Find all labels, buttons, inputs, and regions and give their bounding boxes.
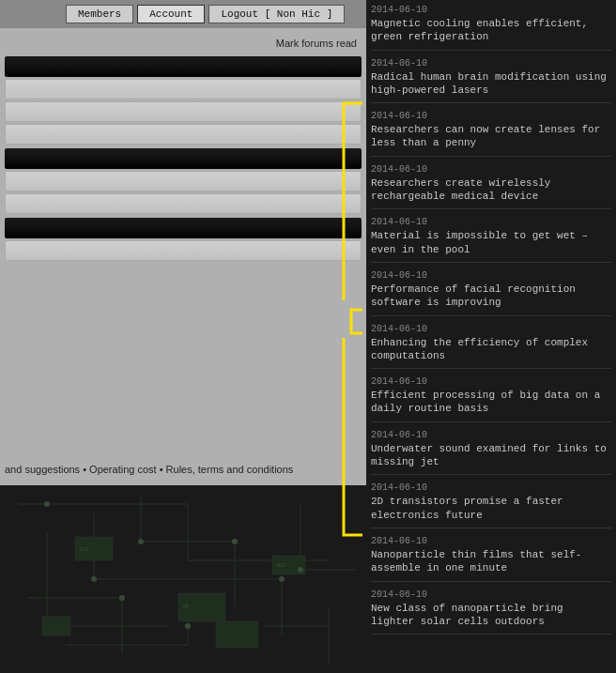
news-item[interactable]: 2014-06-10Enhancing the efficiency of co… (371, 324, 611, 370)
top-nav: Members Account Logout [ Non Hic ] (0, 0, 366, 28)
news-item[interactable]: 2014-06-10Researchers create wirelessly … (371, 164, 611, 210)
news-date: 2014-06-10 (371, 164, 611, 175)
circuit-bg: IC1 U2 R12 (0, 485, 366, 673)
svg-text:R12: R12 (277, 562, 285, 568)
news-title[interactable]: Material is impossible to get wet – even… (371, 229, 611, 256)
news-date: 2014-06-10 (371, 536, 611, 546)
news-item[interactable]: 2014-06-10Magnetic cooling enables effic… (371, 5, 611, 51)
news-date: 2014-06-10 (371, 217, 611, 227)
svg-text:IC1: IC1 (80, 546, 88, 552)
news-date: 2014-06-10 (371, 111, 611, 121)
news-title[interactable]: New class of nanoparticle bring lighter … (371, 602, 611, 629)
svg-rect-23 (42, 617, 70, 635)
news-title[interactable]: Researchers create wirelessly rechargeab… (371, 176, 611, 204)
svg-point-26 (185, 623, 191, 629)
forum-dark-bar-2[interactable] (5, 148, 362, 169)
news-title[interactable]: Researchers can now create lenses for le… (371, 123, 611, 150)
forum-light-bar-1[interactable] (5, 79, 362, 99)
right-panel: 2014-06-10Magnetic cooling enables effic… (366, 0, 616, 673)
news-title[interactable]: Efficient processing of big data on a da… (371, 389, 611, 416)
footer-text: and suggestions • Operating cost • Rules… (5, 464, 293, 475)
svg-text:U2: U2 (183, 603, 189, 608)
news-title[interactable]: 2D transistors promise a faster electron… (371, 495, 611, 522)
forum-light-bar-3[interactable] (5, 124, 362, 145)
yellow-bracket-decoration (334, 94, 362, 544)
forum-area: Mark forums read (0, 28, 366, 488)
forum-row-group-3 (5, 218, 362, 261)
news-date: 2014-06-10 (371, 482, 611, 493)
news-item[interactable]: 2014-06-10New class of nanoparticle brin… (371, 589, 611, 635)
news-date: 2014-06-10 (371, 589, 611, 600)
forum-dark-bar-3[interactable] (5, 218, 362, 238)
news-date: 2014-06-10 (371, 430, 611, 440)
left-panel: Members Account Logout [ Non Hic ] Mark … (0, 0, 366, 673)
svg-point-28 (279, 576, 285, 582)
members-button[interactable]: Members (66, 5, 133, 23)
account-button[interactable]: Account (137, 5, 205, 23)
svg-point-30 (232, 539, 238, 544)
footer-links: and suggestions • Operating cost • Rules… (0, 460, 366, 479)
svg-point-32 (298, 567, 303, 573)
svg-point-29 (138, 539, 144, 544)
news-title[interactable]: Nanoparticle thin films that self-assemb… (371, 548, 611, 575)
news-item[interactable]: 2014-06-10Radical human brain modificati… (371, 58, 611, 104)
forum-row-group-1 (5, 56, 362, 145)
news-list[interactable]: 2014-06-10Magnetic cooling enables effic… (366, 0, 616, 673)
svg-point-27 (91, 576, 97, 582)
news-item[interactable]: 2014-06-10Underwater sound examined for … (371, 430, 611, 476)
news-date: 2014-06-10 (371, 376, 611, 387)
news-title[interactable]: Magnetic cooling enables efficient, gree… (371, 17, 611, 44)
forum-row-group-2 (5, 148, 362, 214)
news-date: 2014-06-10 (371, 5, 611, 15)
forum-dark-bar-1[interactable] (5, 56, 362, 77)
news-date: 2014-06-10 (371, 270, 611, 281)
news-title[interactable]: Radical human brain modification using h… (371, 70, 611, 98)
svg-point-31 (119, 595, 125, 601)
forum-light-bar-6[interactable] (5, 240, 362, 261)
news-item[interactable]: 2014-06-10Material is impossible to get … (371, 217, 611, 263)
news-title[interactable]: Performance of facial recognition softwa… (371, 283, 611, 310)
logout-button[interactable]: Logout [ Non Hic ] (208, 5, 345, 23)
news-item[interactable]: 2014-06-102D transistors promise a faste… (371, 482, 611, 528)
news-title[interactable]: Underwater sound examined for links to m… (371, 442, 611, 469)
news-item[interactable]: 2014-06-10Efficient processing of big da… (371, 376, 611, 422)
news-item[interactable]: 2014-06-10Performance of facial recognit… (371, 270, 611, 316)
news-item[interactable]: 2014-06-10Nanoparticle thin films that s… (371, 536, 611, 582)
news-date: 2014-06-10 (371, 324, 611, 334)
news-item[interactable]: 2014-06-10Researchers can now create len… (371, 111, 611, 157)
svg-point-25 (44, 501, 50, 507)
news-title[interactable]: Enhancing the efficiency of complex comp… (371, 336, 611, 363)
svg-rect-24 (216, 621, 258, 648)
forum-light-bar-2[interactable] (5, 101, 362, 122)
forum-light-bar-5[interactable] (5, 193, 362, 214)
forum-light-bar-4[interactable] (5, 171, 362, 191)
news-date: 2014-06-10 (371, 58, 611, 69)
mark-forums-read[interactable]: Mark forums read (5, 33, 362, 56)
